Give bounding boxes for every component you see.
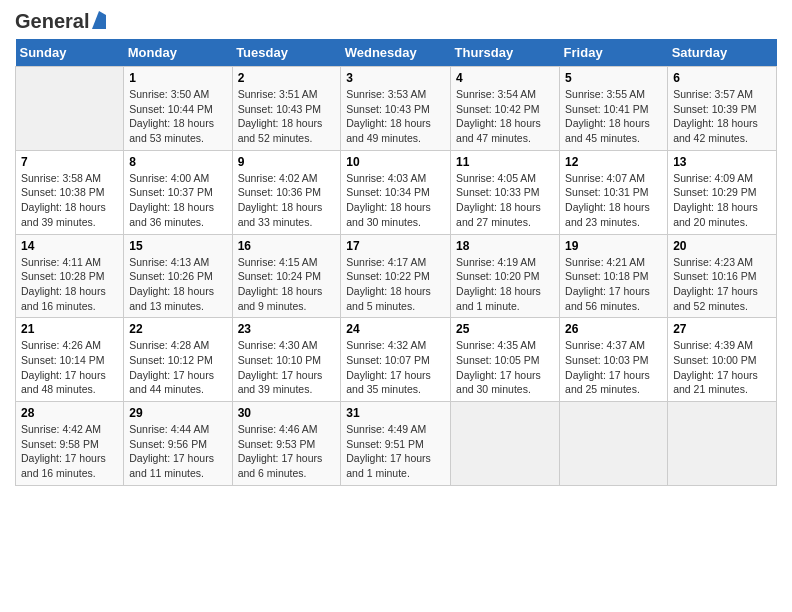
calendar-cell: 12Sunrise: 4:07 AMSunset: 10:31 PMDaylig…: [560, 150, 668, 234]
calendar-cell: 16Sunrise: 4:15 AMSunset: 10:24 PMDaylig…: [232, 234, 341, 318]
calendar-cell: 25Sunrise: 4:35 AMSunset: 10:05 PMDaylig…: [451, 318, 560, 402]
calendar-cell: 8Sunrise: 4:00 AMSunset: 10:37 PMDayligh…: [124, 150, 232, 234]
day-number: 5: [565, 71, 662, 85]
day-detail: Sunrise: 4:21 AMSunset: 10:18 PMDaylight…: [565, 255, 662, 314]
day-detail: Sunrise: 4:30 AMSunset: 10:10 PMDaylight…: [238, 338, 336, 397]
day-number: 8: [129, 155, 226, 169]
day-number: 18: [456, 239, 554, 253]
day-number: 12: [565, 155, 662, 169]
day-number: 22: [129, 322, 226, 336]
calendar-week-row: 1Sunrise: 3:50 AMSunset: 10:44 PMDayligh…: [16, 67, 777, 151]
calendar-week-row: 28Sunrise: 4:42 AMSunset: 9:58 PMDayligh…: [16, 402, 777, 486]
calendar-cell: 20Sunrise: 4:23 AMSunset: 10:16 PMDaylig…: [668, 234, 777, 318]
day-number: 26: [565, 322, 662, 336]
svg-marker-0: [92, 11, 106, 29]
day-detail: Sunrise: 3:58 AMSunset: 10:38 PMDaylight…: [21, 171, 118, 230]
day-detail: Sunrise: 4:37 AMSunset: 10:03 PMDaylight…: [565, 338, 662, 397]
column-header-monday: Monday: [124, 39, 232, 67]
day-detail: Sunrise: 4:03 AMSunset: 10:34 PMDaylight…: [346, 171, 445, 230]
calendar-table: SundayMondayTuesdayWednesdayThursdayFrid…: [15, 39, 777, 486]
day-number: 31: [346, 406, 445, 420]
day-number: 16: [238, 239, 336, 253]
day-detail: Sunrise: 4:07 AMSunset: 10:31 PMDaylight…: [565, 171, 662, 230]
calendar-header-row: SundayMondayTuesdayWednesdayThursdayFrid…: [16, 39, 777, 67]
day-number: 27: [673, 322, 771, 336]
column-header-tuesday: Tuesday: [232, 39, 341, 67]
day-detail: Sunrise: 4:46 AMSunset: 9:53 PMDaylight:…: [238, 422, 336, 481]
calendar-cell: [560, 402, 668, 486]
calendar-cell: 27Sunrise: 4:39 AMSunset: 10:00 PMDaylig…: [668, 318, 777, 402]
logo: General: [15, 10, 106, 33]
calendar-cell: 11Sunrise: 4:05 AMSunset: 10:33 PMDaylig…: [451, 150, 560, 234]
page-header: General: [15, 10, 777, 33]
calendar-cell: 2Sunrise: 3:51 AMSunset: 10:43 PMDayligh…: [232, 67, 341, 151]
column-header-thursday: Thursday: [451, 39, 560, 67]
calendar-cell: 21Sunrise: 4:26 AMSunset: 10:14 PMDaylig…: [16, 318, 124, 402]
calendar-cell: 3Sunrise: 3:53 AMSunset: 10:43 PMDayligh…: [341, 67, 451, 151]
day-number: 25: [456, 322, 554, 336]
day-detail: Sunrise: 4:11 AMSunset: 10:28 PMDaylight…: [21, 255, 118, 314]
calendar-cell: 17Sunrise: 4:17 AMSunset: 10:22 PMDaylig…: [341, 234, 451, 318]
calendar-cell: 28Sunrise: 4:42 AMSunset: 9:58 PMDayligh…: [16, 402, 124, 486]
day-detail: Sunrise: 3:50 AMSunset: 10:44 PMDaylight…: [129, 87, 226, 146]
day-detail: Sunrise: 4:19 AMSunset: 10:20 PMDaylight…: [456, 255, 554, 314]
calendar-week-row: 21Sunrise: 4:26 AMSunset: 10:14 PMDaylig…: [16, 318, 777, 402]
column-header-saturday: Saturday: [668, 39, 777, 67]
day-number: 2: [238, 71, 336, 85]
calendar-cell: 10Sunrise: 4:03 AMSunset: 10:34 PMDaylig…: [341, 150, 451, 234]
day-detail: Sunrise: 3:53 AMSunset: 10:43 PMDaylight…: [346, 87, 445, 146]
day-number: 11: [456, 155, 554, 169]
calendar-cell: 13Sunrise: 4:09 AMSunset: 10:29 PMDaylig…: [668, 150, 777, 234]
calendar-cell: 30Sunrise: 4:46 AMSunset: 9:53 PMDayligh…: [232, 402, 341, 486]
column-header-wednesday: Wednesday: [341, 39, 451, 67]
day-number: 21: [21, 322, 118, 336]
day-detail: Sunrise: 4:00 AMSunset: 10:37 PMDaylight…: [129, 171, 226, 230]
day-detail: Sunrise: 3:55 AMSunset: 10:41 PMDaylight…: [565, 87, 662, 146]
column-header-friday: Friday: [560, 39, 668, 67]
calendar-week-row: 14Sunrise: 4:11 AMSunset: 10:28 PMDaylig…: [16, 234, 777, 318]
calendar-cell: 29Sunrise: 4:44 AMSunset: 9:56 PMDayligh…: [124, 402, 232, 486]
day-detail: Sunrise: 3:57 AMSunset: 10:39 PMDaylight…: [673, 87, 771, 146]
day-detail: Sunrise: 4:17 AMSunset: 10:22 PMDaylight…: [346, 255, 445, 314]
day-number: 28: [21, 406, 118, 420]
calendar-cell: 19Sunrise: 4:21 AMSunset: 10:18 PMDaylig…: [560, 234, 668, 318]
day-detail: Sunrise: 4:15 AMSunset: 10:24 PMDaylight…: [238, 255, 336, 314]
calendar-cell: 14Sunrise: 4:11 AMSunset: 10:28 PMDaylig…: [16, 234, 124, 318]
day-number: 24: [346, 322, 445, 336]
logo-arrow-icon: [92, 11, 106, 33]
calendar-cell: 15Sunrise: 4:13 AMSunset: 10:26 PMDaylig…: [124, 234, 232, 318]
day-number: 6: [673, 71, 771, 85]
day-number: 3: [346, 71, 445, 85]
day-number: 29: [129, 406, 226, 420]
day-detail: Sunrise: 4:05 AMSunset: 10:33 PMDaylight…: [456, 171, 554, 230]
day-detail: Sunrise: 4:49 AMSunset: 9:51 PMDaylight:…: [346, 422, 445, 481]
calendar-cell: [668, 402, 777, 486]
calendar-cell: 5Sunrise: 3:55 AMSunset: 10:41 PMDayligh…: [560, 67, 668, 151]
day-number: 14: [21, 239, 118, 253]
day-detail: Sunrise: 4:44 AMSunset: 9:56 PMDaylight:…: [129, 422, 226, 481]
day-detail: Sunrise: 4:35 AMSunset: 10:05 PMDaylight…: [456, 338, 554, 397]
day-number: 15: [129, 239, 226, 253]
day-detail: Sunrise: 4:39 AMSunset: 10:00 PMDaylight…: [673, 338, 771, 397]
day-detail: Sunrise: 4:32 AMSunset: 10:07 PMDaylight…: [346, 338, 445, 397]
day-detail: Sunrise: 3:54 AMSunset: 10:42 PMDaylight…: [456, 87, 554, 146]
day-detail: Sunrise: 4:42 AMSunset: 9:58 PMDaylight:…: [21, 422, 118, 481]
day-number: 10: [346, 155, 445, 169]
day-number: 19: [565, 239, 662, 253]
calendar-cell: [451, 402, 560, 486]
day-number: 23: [238, 322, 336, 336]
day-detail: Sunrise: 4:13 AMSunset: 10:26 PMDaylight…: [129, 255, 226, 314]
day-number: 20: [673, 239, 771, 253]
day-number: 9: [238, 155, 336, 169]
calendar-cell: [16, 67, 124, 151]
day-detail: Sunrise: 4:02 AMSunset: 10:36 PMDaylight…: [238, 171, 336, 230]
calendar-cell: 6Sunrise: 3:57 AMSunset: 10:39 PMDayligh…: [668, 67, 777, 151]
day-number: 7: [21, 155, 118, 169]
day-number: 4: [456, 71, 554, 85]
calendar-cell: 31Sunrise: 4:49 AMSunset: 9:51 PMDayligh…: [341, 402, 451, 486]
calendar-cell: 4Sunrise: 3:54 AMSunset: 10:42 PMDayligh…: [451, 67, 560, 151]
day-number: 17: [346, 239, 445, 253]
calendar-week-row: 7Sunrise: 3:58 AMSunset: 10:38 PMDayligh…: [16, 150, 777, 234]
day-detail: Sunrise: 4:26 AMSunset: 10:14 PMDaylight…: [21, 338, 118, 397]
calendar-cell: 7Sunrise: 3:58 AMSunset: 10:38 PMDayligh…: [16, 150, 124, 234]
